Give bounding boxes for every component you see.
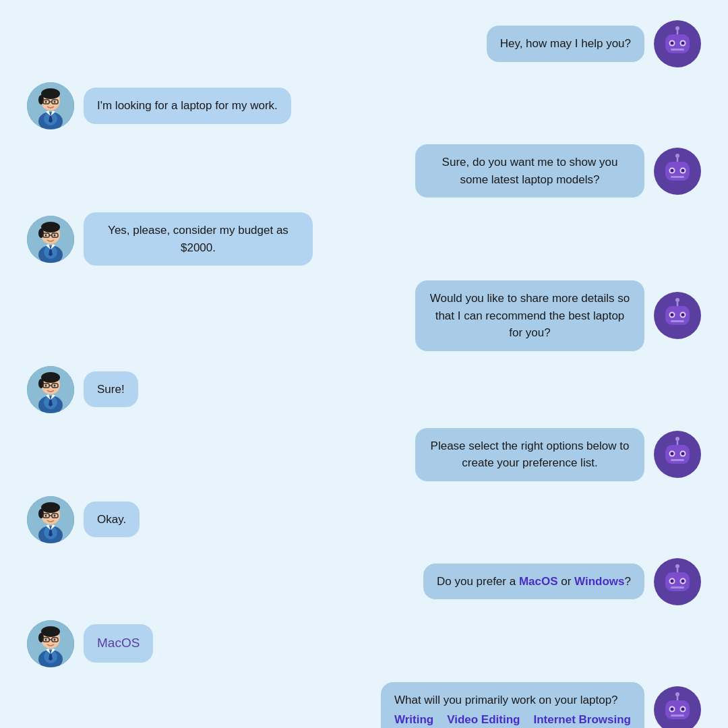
svg-point-5 — [671, 42, 674, 45]
svg-point-87 — [54, 514, 56, 516]
svg-point-59 — [41, 372, 60, 383]
svg-point-43 — [54, 234, 56, 236]
bot-icon-2 — [659, 152, 696, 190]
bot-icon-4 — [659, 435, 696, 473]
svg-point-81 — [41, 502, 60, 513]
svg-point-64 — [45, 384, 47, 386]
user-person-icon-1 — [27, 82, 74, 129]
svg-point-88 — [675, 564, 679, 568]
writing-option[interactable]: Writing — [394, 711, 433, 728]
bot-avatar-4 — [654, 431, 701, 478]
bot-avatar-6 — [654, 686, 701, 728]
bot-bubble-2: Sure, do you want me to show you some la… — [415, 144, 644, 198]
bot-bubble-1: Hey, how may I help you? — [487, 26, 644, 62]
internet-browsing-option[interactable]: Internet Browsing — [533, 711, 631, 728]
svg-point-42 — [45, 234, 47, 236]
video-editing-option[interactable]: Video Editing — [447, 711, 520, 728]
user-bubble-1: I'm looking for a laptop for my work. — [84, 88, 291, 124]
user-message-4: Okay. — [27, 496, 398, 543]
svg-point-72 — [681, 452, 685, 456]
bot-avatar-1 — [654, 20, 701, 67]
user-message-2: Yes, please, consider my budget as $2000… — [27, 212, 398, 266]
bot-bubble-3: Would you like to share more details so … — [415, 280, 644, 351]
macos-option[interactable]: MacOS — [519, 575, 558, 588]
svg-point-115 — [671, 708, 674, 711]
svg-point-93 — [671, 579, 674, 582]
bot-message-5: Do you prefer a MacOS or Windows? — [263, 558, 701, 605]
user-bubble-2: Yes, please, consider my budget as $2000… — [84, 212, 313, 266]
user-person-icon-3 — [27, 366, 74, 413]
bot-bubble-4: Please select the right options below to… — [415, 428, 644, 481]
bot-icon-5 — [659, 563, 696, 601]
user-message-5: MacOS — [27, 620, 398, 667]
user-message-3: Sure! — [27, 366, 398, 413]
bot-icon-3 — [659, 297, 696, 334]
bot-avatar-5 — [654, 558, 701, 605]
svg-point-15 — [41, 88, 60, 99]
svg-point-94 — [681, 579, 685, 582]
user-bubble-3: Sure! — [84, 371, 138, 408]
svg-point-86 — [45, 514, 47, 516]
svg-rect-73 — [671, 459, 684, 461]
bot-message-1: Hey, how may I help you? — [263, 20, 701, 67]
svg-point-21 — [54, 101, 56, 103]
svg-point-50 — [681, 313, 685, 317]
bot-multi-question: What will you primarily work on your lap… — [394, 692, 631, 709]
bot-avatar-3 — [654, 292, 701, 339]
svg-point-116 — [681, 708, 685, 711]
svg-point-71 — [671, 452, 674, 456]
svg-rect-95 — [671, 586, 684, 588]
bot-message-3: Would you like to share more details so … — [263, 280, 701, 351]
user-avatar-5 — [27, 620, 74, 667]
svg-point-22 — [675, 154, 679, 158]
svg-point-27 — [671, 169, 674, 172]
svg-rect-51 — [671, 320, 684, 322]
svg-point-37 — [41, 222, 60, 233]
user-person-icon-4 — [27, 496, 74, 543]
bot-message-6: What will you primarily work on your lap… — [263, 682, 701, 729]
svg-point-103 — [41, 626, 60, 637]
svg-point-28 — [681, 169, 685, 172]
svg-point-6 — [681, 42, 685, 45]
svg-rect-117 — [671, 715, 684, 717]
svg-point-0 — [675, 26, 679, 30]
user-avatar-2 — [27, 216, 74, 263]
bot-bubble-5: Do you prefer a MacOS or Windows? — [423, 564, 644, 600]
svg-point-20 — [45, 101, 47, 103]
user-message-1: I'm looking for a laptop for my work. — [27, 82, 398, 129]
bot-icon-6 — [659, 691, 696, 728]
windows-option[interactable]: Windows — [574, 575, 624, 588]
svg-point-65 — [54, 384, 56, 386]
bot-bubble-multi: What will you primarily work on your lap… — [381, 682, 644, 729]
user-bubble-4: Okay. — [84, 502, 140, 538]
bot-icon-1 — [659, 25, 696, 63]
svg-point-49 — [671, 313, 674, 317]
svg-point-44 — [675, 298, 679, 302]
svg-point-109 — [54, 638, 56, 640]
svg-point-66 — [675, 437, 679, 441]
bot-message-4: Please select the right options below to… — [263, 428, 701, 481]
svg-point-110 — [675, 692, 679, 696]
svg-rect-29 — [671, 176, 684, 178]
work-options-row: Writing Video Editing Internet Browsing — [394, 711, 631, 728]
user-avatar-1 — [27, 82, 74, 129]
user-avatar-4 — [27, 496, 74, 543]
user-avatar-3 — [27, 366, 74, 413]
chat-container: Hey, how may I help you? — [0, 0, 728, 728]
bot-message-2: Sure, do you want me to show you some la… — [263, 144, 701, 198]
user-person-icon-2 — [27, 216, 74, 263]
bot-avatar-2 — [654, 148, 701, 195]
svg-rect-7 — [671, 49, 684, 51]
svg-point-108 — [45, 638, 47, 640]
user-bubble-macos: MacOS — [84, 624, 153, 663]
user-person-icon-5 — [27, 620, 74, 667]
